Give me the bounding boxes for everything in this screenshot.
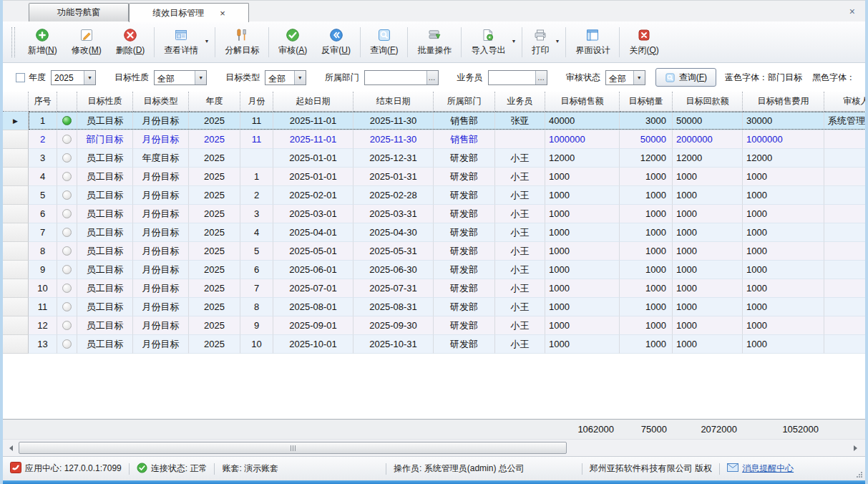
split-target-button[interactable]: 分解目标	[218, 24, 266, 60]
toolbar-button-label: 删除(D)	[116, 44, 145, 57]
column-header-sales[interactable]: 目标销售额	[545, 92, 620, 112]
print-button[interactable]: 打印▼	[525, 24, 563, 60]
column-header-year[interactable]: 年度	[189, 92, 240, 112]
column-header-expense[interactable]: 目标销售费用	[743, 92, 824, 112]
cell-auditor	[824, 279, 865, 298]
cell-sales: 1000	[545, 279, 620, 298]
column-header-status[interactable]	[57, 92, 77, 112]
cell-dept: 研发部	[434, 168, 495, 186]
filter-query-button[interactable]: 查询(F)	[655, 68, 716, 87]
row-selector-cell[interactable]	[3, 205, 29, 223]
cell-year: 2025	[189, 186, 240, 205]
table-row[interactable]: 7员工目标月份目标202542025-04-012025-04-30研发部小王1…	[3, 223, 865, 242]
tab-performance-target[interactable]: 绩效目标管理 ×	[129, 3, 249, 22]
table-row[interactable]: 12员工目标月份目标202592025-09-012025-09-30研发部小王…	[3, 316, 865, 335]
ui-design-button[interactable]: 界面设计	[568, 24, 617, 60]
column-header-end[interactable]: 结束日期	[353, 92, 434, 112]
column-header-start[interactable]: 起始日期	[273, 92, 353, 112]
row-selector-cell[interactable]	[3, 335, 29, 354]
column-header-auditor[interactable]: 审核人	[824, 92, 865, 112]
row-selector-cell[interactable]	[3, 168, 29, 186]
column-header-qty[interactable]: 目标销量	[620, 92, 673, 112]
view-detail-button[interactable]: 查看详情▼	[157, 24, 213, 60]
scrollbar-thumb[interactable]	[19, 442, 567, 454]
cell-sales: 1000	[545, 242, 620, 261]
cell-nature: 员工目标	[77, 223, 133, 242]
chevron-down-icon[interactable]: ▼	[633, 71, 645, 84]
row-selector-cell[interactable]	[3, 298, 29, 316]
column-header-type[interactable]: 目标类型	[133, 92, 189, 112]
dropdown-arrow-icon[interactable]: ▼	[555, 39, 560, 44]
chevron-down-icon[interactable]: ▼	[84, 71, 95, 84]
ellipsis-picker-icon[interactable]: …	[535, 71, 547, 84]
table-row[interactable]: 9员工目标月份目标202562025-06-012025-06-30研发部小王1…	[3, 261, 865, 279]
delete-button[interactable]: 删除(D)	[109, 24, 152, 60]
tab-function-navigation[interactable]: 功能导航窗	[29, 3, 129, 21]
toolbar-drag-handle[interactable]	[11, 27, 15, 57]
resize-grip[interactable]	[856, 471, 863, 478]
tab-label: 绩效目标管理	[152, 7, 204, 19]
column-header-selector[interactable]	[3, 92, 29, 112]
row-selector-cell[interactable]	[3, 261, 29, 279]
column-header-person[interactable]: 业务员	[495, 92, 545, 112]
horizontal-scrollbar[interactable]	[3, 439, 865, 456]
unaudit-button[interactable]: 反审(U)	[314, 24, 358, 60]
audit-status-select[interactable]: 全部 ▼	[605, 70, 645, 85]
audit-button[interactable]: 审核(A)	[271, 24, 314, 60]
edit-button[interactable]: 修改(M)	[64, 24, 109, 60]
column-header-dept[interactable]: 所属部门	[434, 92, 495, 112]
split-target-icon	[235, 28, 249, 42]
cell-month: 6	[240, 261, 273, 279]
target-type-select[interactable]: 全部 ▼	[265, 70, 306, 85]
close-button[interactable]: 关闭(Q)	[622, 24, 665, 60]
table-row[interactable]: 5员工目标月份目标202522025-02-012025-02-28研发部小王1…	[3, 186, 865, 205]
department-input[interactable]: …	[364, 70, 439, 85]
table-row[interactable]: 3员工目标年度目标20252025-01-012025-12-31研发部小王12…	[3, 149, 865, 168]
table-row[interactable]: 10员工目标月份目标202572025-07-012025-07-31研发部小王…	[3, 279, 865, 298]
total-empty	[29, 420, 57, 439]
table-row[interactable]: 6员工目标月份目标202532025-03-012025-03-31研发部小王1…	[3, 205, 865, 223]
column-header-month[interactable]: 月份	[240, 92, 273, 112]
target-nature-select[interactable]: 全部 ▼	[154, 70, 207, 85]
row-selector-cell[interactable]: ▶	[3, 112, 29, 130]
message-center-link[interactable]: 消息提醒中心	[727, 463, 794, 475]
window-close-icon[interactable]: ×	[847, 4, 858, 19]
row-selector-cell[interactable]	[3, 186, 29, 205]
table-row[interactable]: 13员工目标月份目标2025102025-10-012025-10-31研发部小…	[3, 335, 865, 354]
scroll-left-icon[interactable]	[5, 442, 17, 454]
row-selector-cell[interactable]	[3, 130, 29, 149]
import-export-button[interactable]: 导入导出▼	[464, 24, 520, 60]
table-row[interactable]: 11员工目标月份目标202582025-08-012025-08-31研发部小王…	[3, 298, 865, 316]
table-row[interactable]: 4员工目标月份目标202512025-01-012025-01-31研发部小王1…	[3, 168, 865, 186]
row-selector-cell[interactable]	[3, 223, 29, 242]
query-button[interactable]: 查询(F)	[363, 24, 405, 60]
scroll-right-icon[interactable]	[849, 442, 862, 454]
tab-close-icon[interactable]: ×	[220, 9, 225, 18]
column-header-seq[interactable]: 序号	[29, 92, 57, 112]
detail-icon	[174, 28, 188, 42]
row-selector-cell[interactable]	[3, 316, 29, 335]
cell-expense: 1000	[743, 279, 824, 298]
row-selector-cell[interactable]	[3, 279, 29, 298]
chevron-down-icon[interactable]: ▼	[195, 71, 206, 84]
print-icon	[533, 28, 547, 42]
row-selector-cell[interactable]	[3, 242, 29, 261]
column-header-nature[interactable]: 目标性质	[77, 92, 133, 112]
cell-nature: 员工目标	[77, 168, 133, 186]
batch-operation-button[interactable]: 批量操作	[410, 24, 459, 60]
year-checkbox[interactable]	[16, 73, 25, 82]
chevron-down-icon[interactable]: ▼	[294, 71, 306, 84]
cell-nature: 员工目标	[77, 261, 133, 279]
table-row[interactable]: 8员工目标月份目标202552025-05-012025-05-31研发部小王1…	[3, 242, 865, 261]
dropdown-arrow-icon[interactable]: ▼	[204, 39, 209, 44]
table-row[interactable]: ▶1员工目标月份目标2025112025-11-012025-11-30销售部张…	[3, 112, 865, 130]
column-header-payment[interactable]: 目标回款额	[673, 92, 743, 112]
row-selector-cell[interactable]	[3, 149, 29, 168]
table-row[interactable]: 2部门目标月份目标2025112025-11-012025-11-30销售部10…	[3, 130, 865, 149]
year-select[interactable]: 2025 ▼	[51, 70, 96, 85]
salesman-input[interactable]: …	[488, 70, 547, 85]
add-button[interactable]: 新增(N)	[21, 24, 64, 60]
dropdown-arrow-icon[interactable]: ▼	[511, 39, 516, 44]
toolbar-separator	[268, 27, 269, 57]
ellipsis-picker-icon[interactable]: …	[426, 71, 438, 84]
